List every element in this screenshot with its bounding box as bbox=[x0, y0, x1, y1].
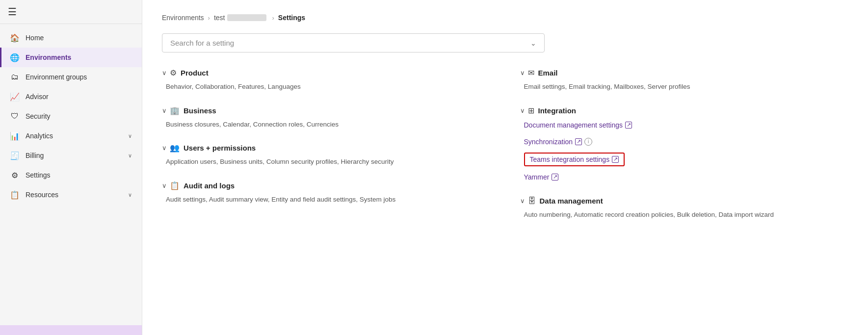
breadcrumb-settings: Settings bbox=[278, 14, 305, 22]
hamburger-icon[interactable]: ☰ bbox=[8, 6, 17, 17]
section-users-permissions: ∨ 👥 Users + permissions Application user… bbox=[162, 143, 491, 167]
section-icon-business: 🏢 bbox=[170, 106, 180, 115]
sidebar-top: ☰ bbox=[0, 0, 142, 24]
sidebar-label-environments: Environments bbox=[26, 53, 132, 61]
sidebar-item-security[interactable]: 🛡 Security bbox=[0, 106, 142, 126]
search-bar[interactable]: Search for a setting ⌄ bbox=[162, 33, 545, 52]
ext-link-icon-synchronization: ↗ bbox=[575, 138, 582, 145]
billing-icon: 🧾 bbox=[10, 151, 20, 160]
link-label-synchronization: Synchronization bbox=[524, 138, 573, 146]
section-chevron-business-icon[interactable]: ∨ bbox=[162, 107, 167, 114]
right-column: ∨ ✉ Email Email settings, Email tracking… bbox=[520, 68, 849, 233]
section-header-audit-logs: ∨ 📋 Audit and logs bbox=[162, 181, 491, 190]
section-icon-email: ✉ bbox=[528, 68, 534, 77]
section-chevron-data-management-icon[interactable]: ∨ bbox=[520, 197, 525, 205]
analytics-icon: 📊 bbox=[10, 131, 20, 141]
sidebar-label-resources: Resources bbox=[26, 191, 128, 199]
link-teams-integration[interactable]: Teams integration settings ↗ bbox=[530, 155, 619, 163]
section-items-business: Business closures, Calendar, Connection … bbox=[162, 119, 491, 130]
section-title-data-management: Data management bbox=[540, 197, 603, 205]
chevron-billing-icon: ∨ bbox=[128, 153, 132, 159]
sidebar-bottom-item[interactable] bbox=[0, 325, 142, 335]
chevron-resources-icon: ∨ bbox=[128, 192, 132, 198]
sidebar-item-settings[interactable]: ⚙ Settings bbox=[0, 165, 142, 185]
info-icon-synchronization[interactable]: i bbox=[584, 138, 592, 146]
left-column: ∨ ⚙ Product Behavior, Collaboration, Fea… bbox=[162, 68, 491, 233]
section-items-product: Behavior, Collaboration, Features, Langu… bbox=[162, 81, 491, 92]
section-icon-integration: ⊞ bbox=[528, 106, 534, 115]
link-label-yammer: Yammer bbox=[524, 173, 550, 181]
section-chevron-audit-logs-icon[interactable]: ∨ bbox=[162, 182, 167, 189]
section-chevron-integration-icon[interactable]: ∨ bbox=[520, 107, 525, 114]
link-label-document-management: Document management settings bbox=[524, 121, 623, 129]
sidebar: ☰ 🏠 Home 🌐 Environments 🗂 Environment gr… bbox=[0, 0, 142, 335]
sidebar-bottom bbox=[0, 325, 142, 335]
sidebar-item-environments[interactable]: 🌐 Environments bbox=[0, 48, 142, 67]
resources-icon: 📋 bbox=[10, 190, 20, 200]
section-title-product: Product bbox=[181, 69, 209, 77]
section-header-integration: ∨ ⊞ Integration bbox=[520, 106, 849, 115]
environment-groups-icon: 🗂 bbox=[10, 72, 20, 82]
section-title-users-permissions: Users + permissions bbox=[184, 144, 256, 152]
link-yammer[interactable]: Yammer ↗ bbox=[524, 171, 849, 183]
ext-link-icon-teams-integration: ↗ bbox=[612, 156, 619, 163]
search-placeholder: Search for a setting bbox=[170, 39, 530, 47]
sidebar-label-security: Security bbox=[26, 112, 132, 120]
section-items-audit-logs: Audit settings, Audit summary view, Enti… bbox=[162, 194, 491, 205]
section-integration: ∨ ⊞ Integration Document management sett… bbox=[520, 106, 849, 183]
link-label-teams-integration: Teams integration settings bbox=[530, 155, 610, 163]
section-icon-data-management: 🗄 bbox=[528, 197, 536, 206]
security-icon: 🛡 bbox=[10, 111, 20, 121]
sidebar-label-environment-groups: Environment groups bbox=[26, 73, 132, 81]
main-content: Environments › test › Settings Search fo… bbox=[142, 0, 868, 335]
teams-link-wrapper[interactable]: Teams integration settings ↗ bbox=[524, 153, 625, 166]
search-chevron-icon: ⌄ bbox=[530, 39, 536, 47]
link-synchronization[interactable]: Synchronization ↗ i bbox=[524, 136, 849, 148]
sidebar-nav: 🏠 Home 🌐 Environments 🗂 Environment grou… bbox=[0, 24, 142, 325]
section-items-data-management: Auto numbering, Automatic record creatio… bbox=[520, 209, 849, 220]
settings-grid: ∨ ⚙ Product Behavior, Collaboration, Fea… bbox=[162, 68, 848, 233]
section-header-users-permissions: ∨ 👥 Users + permissions bbox=[162, 143, 491, 153]
section-icon-audit-logs: 📋 bbox=[170, 181, 180, 190]
breadcrumb-redacted bbox=[227, 14, 266, 21]
section-title-audit-logs: Audit and logs bbox=[184, 181, 235, 190]
sidebar-label-billing: Billing bbox=[26, 152, 128, 159]
section-business: ∨ 🏢 Business Business closures, Calendar… bbox=[162, 106, 491, 130]
section-header-data-management: ∨ 🗄 Data management bbox=[520, 197, 849, 206]
section-chevron-email-icon[interactable]: ∨ bbox=[520, 69, 525, 77]
section-title-email: Email bbox=[538, 69, 558, 77]
section-chevron-product-icon[interactable]: ∨ bbox=[162, 69, 167, 77]
sidebar-label-analytics: Analytics bbox=[26, 132, 128, 140]
environments-icon: 🌐 bbox=[10, 52, 20, 62]
section-audit-logs: ∨ 📋 Audit and logs Audit settings, Audit… bbox=[162, 181, 491, 205]
sidebar-item-advisor[interactable]: 📈 Advisor bbox=[0, 87, 142, 106]
ext-link-icon-yammer: ↗ bbox=[552, 174, 558, 180]
section-header-email: ∨ ✉ Email bbox=[520, 68, 849, 77]
section-title-integration: Integration bbox=[538, 106, 577, 115]
sidebar-item-analytics[interactable]: 📊 Analytics ∨ bbox=[0, 126, 142, 146]
breadcrumb-sep-2: › bbox=[272, 14, 274, 22]
section-items-email: Email settings, Email tracking, Mailboxe… bbox=[520, 81, 849, 92]
sidebar-label-settings: Settings bbox=[26, 171, 132, 179]
advisor-icon: 📈 bbox=[10, 92, 20, 102]
sidebar-item-environment-groups[interactable]: 🗂 Environment groups bbox=[0, 67, 142, 87]
sidebar-label-advisor: Advisor bbox=[26, 93, 132, 101]
section-items-users-permissions: Application users, Business units, Colum… bbox=[162, 156, 491, 167]
section-header-business: ∨ 🏢 Business bbox=[162, 106, 491, 115]
breadcrumb-environments[interactable]: Environments bbox=[162, 14, 204, 22]
section-product: ∨ ⚙ Product Behavior, Collaboration, Fea… bbox=[162, 68, 491, 92]
link-document-management[interactable]: Document management settings ↗ bbox=[524, 119, 849, 131]
section-title-business: Business bbox=[184, 106, 216, 115]
home-icon: 🏠 bbox=[10, 33, 20, 43]
sidebar-label-home: Home bbox=[26, 34, 132, 42]
ext-link-icon-document-management: ↗ bbox=[625, 122, 632, 129]
sidebar-item-resources[interactable]: 📋 Resources ∨ bbox=[0, 185, 142, 205]
section-data-management: ∨ 🗄 Data management Auto numbering, Auto… bbox=[520, 197, 849, 220]
sidebar-item-home[interactable]: 🏠 Home bbox=[0, 28, 142, 48]
settings-icon: ⚙ bbox=[10, 170, 20, 180]
breadcrumb: Environments › test › Settings bbox=[162, 14, 848, 22]
section-chevron-users-permissions-icon[interactable]: ∨ bbox=[162, 144, 167, 152]
breadcrumb-test[interactable]: test bbox=[214, 14, 225, 22]
sidebar-item-billing[interactable]: 🧾 Billing ∨ bbox=[0, 146, 142, 165]
breadcrumb-sep-1: › bbox=[208, 14, 210, 22]
